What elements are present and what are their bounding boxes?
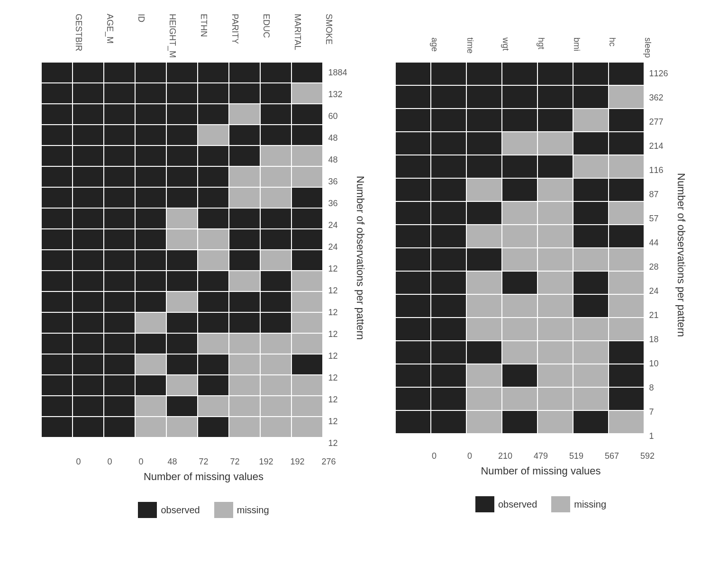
cell-observed [41, 166, 73, 187]
cell-observed [466, 109, 502, 132]
cell-observed [260, 125, 291, 146]
cell-missing [291, 291, 323, 312]
column-missing-count: 72 [219, 457, 250, 467]
cell-missing [260, 354, 291, 375]
cell-observed [41, 396, 73, 417]
cell-missing [502, 225, 537, 248]
cell-observed [41, 146, 73, 166]
cell-missing [229, 166, 260, 187]
cell-missing [502, 248, 537, 271]
cell-missing [609, 248, 644, 271]
cell-observed [229, 250, 260, 271]
cell-missing [135, 312, 166, 333]
column-label: bmi [559, 37, 594, 62]
cell-observed [104, 291, 135, 312]
x-axis-label: Number of missing values [63, 471, 344, 483]
cell-observed [431, 341, 466, 364]
row-count-label: 48 [328, 127, 347, 149]
cell-missing [198, 125, 229, 146]
cell-missing [229, 375, 260, 396]
legend-item: observed [138, 502, 200, 518]
cell-observed [466, 155, 502, 178]
column-missing-count: 192 [282, 457, 313, 467]
row-count-label: 132 [328, 83, 347, 105]
cell-missing [260, 375, 291, 396]
cell-observed [395, 201, 431, 225]
cell-observed [198, 83, 229, 104]
row-count-label: 12 [328, 301, 347, 323]
cell-missing [198, 250, 229, 271]
cell-observed [198, 187, 229, 208]
column-label: AGE_M [94, 14, 125, 62]
row-count-label: 12 [328, 345, 347, 367]
cell-missing [609, 410, 644, 434]
cell-missing [198, 396, 229, 417]
cell-observed [229, 83, 260, 104]
cell-missing [502, 294, 537, 318]
cell-observed [135, 62, 166, 83]
cell-observed [104, 417, 135, 437]
row-count-label: 1126 [649, 62, 668, 86]
cell-observed [609, 387, 644, 410]
row-count-label: 44 [649, 231, 668, 255]
cell-missing [291, 312, 323, 333]
cell-observed [395, 62, 431, 85]
column-missing-count: 210 [488, 451, 523, 461]
cell-observed [104, 83, 135, 104]
row-count-label: 48 [328, 149, 347, 171]
cell-observed [135, 166, 166, 187]
cell-observed [431, 85, 466, 109]
row-count-label: 12 [328, 258, 347, 280]
legend-label: missing [574, 499, 606, 510]
cell-observed [73, 166, 104, 187]
column-label: ETHN [188, 14, 219, 62]
cell-observed [502, 85, 537, 109]
cell-observed [573, 294, 609, 318]
cell-observed [166, 271, 198, 291]
cell-observed [395, 364, 431, 387]
cell-observed [73, 62, 104, 83]
x-axis-label: Number of missing values [417, 465, 665, 477]
legend: observedmissing [475, 496, 606, 512]
cell-observed [431, 318, 466, 341]
cell-missing [537, 201, 573, 225]
cell-missing [609, 318, 644, 341]
cell-observed [135, 271, 166, 291]
cell-observed [166, 83, 198, 104]
cell-observed [41, 271, 73, 291]
cell-missing [537, 318, 573, 341]
cell-missing [609, 271, 644, 294]
column-missing-count: 72 [188, 457, 219, 467]
column-missing-count: 0 [125, 457, 156, 467]
cell-missing [573, 248, 609, 271]
cell-observed [166, 62, 198, 83]
cell-missing [537, 248, 573, 271]
cell-observed [291, 208, 323, 229]
cell-observed [198, 208, 229, 229]
row-count-label: 1884 [328, 62, 347, 83]
row-count-label: 24 [328, 214, 347, 236]
cell-observed [198, 62, 229, 83]
cell-observed [291, 104, 323, 125]
column-missing-count: 0 [417, 451, 452, 461]
column-missing-count: 479 [523, 451, 559, 461]
cell-observed [573, 132, 609, 155]
column-label: SMOKE [313, 14, 344, 62]
row-count-label: 21 [649, 303, 668, 327]
cell-missing [291, 83, 323, 104]
cell-observed [431, 132, 466, 155]
cell-observed [395, 225, 431, 248]
cell-missing [502, 132, 537, 155]
row-count-label: 28 [649, 255, 668, 279]
cell-observed [291, 354, 323, 375]
cell-observed [135, 375, 166, 396]
cell-missing [291, 396, 323, 417]
cell-observed [537, 155, 573, 178]
cell-missing [260, 166, 291, 187]
cell-observed [73, 187, 104, 208]
cell-missing [166, 291, 198, 312]
cell-observed [395, 132, 431, 155]
cell-missing [466, 225, 502, 248]
cell-missing [291, 271, 323, 291]
cell-observed [135, 104, 166, 125]
